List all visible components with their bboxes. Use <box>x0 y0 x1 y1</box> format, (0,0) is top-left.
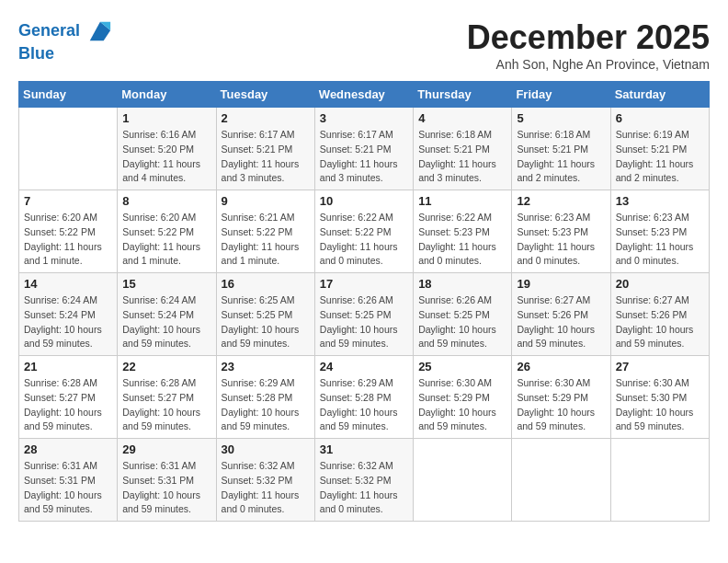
day-number: 10 <box>320 194 408 208</box>
calendar-cell: 10Sunrise: 6:22 AMSunset: 5:22 PMDayligh… <box>314 190 413 273</box>
calendar-cell <box>610 439 709 522</box>
calendar-cell: 17Sunrise: 6:26 AMSunset: 5:25 PMDayligh… <box>314 273 413 356</box>
day-number: 12 <box>517 194 605 208</box>
day-info: Sunrise: 6:21 AMSunset: 5:22 PMDaylight:… <box>222 211 310 269</box>
calendar-cell: 6Sunrise: 6:19 AMSunset: 5:21 PMDaylight… <box>610 108 709 190</box>
day-info: Sunrise: 6:24 AMSunset: 5:24 PMDaylight:… <box>24 293 112 351</box>
day-number: 27 <box>616 360 704 373</box>
day-number: 1 <box>122 111 210 125</box>
day-number: 3 <box>320 111 408 125</box>
day-number: 28 <box>24 442 112 456</box>
calendar-cell: 1Sunrise: 6:16 AMSunset: 5:20 PMDaylight… <box>118 108 216 190</box>
day-info: Sunrise: 6:20 AMSunset: 5:22 PMDaylight:… <box>24 211 112 269</box>
weekday-saturday: Saturday <box>610 82 709 108</box>
day-info: Sunrise: 6:23 AMSunset: 5:23 PMDaylight:… <box>517 211 605 269</box>
day-info: Sunrise: 6:18 AMSunset: 5:21 PMDaylight:… <box>517 128 605 186</box>
weekday-sunday: Sunday <box>19 82 118 108</box>
day-info: Sunrise: 6:28 AMSunset: 5:27 PMDaylight:… <box>122 376 210 434</box>
day-number: 5 <box>517 111 605 125</box>
calendar-cell: 12Sunrise: 6:23 AMSunset: 5:23 PMDayligh… <box>512 190 610 273</box>
calendar-cell <box>19 108 118 190</box>
day-info: Sunrise: 6:20 AMSunset: 5:22 PMDaylight:… <box>122 211 210 269</box>
title-section: December 2025 Anh Son, Nghe An Province,… <box>467 18 710 72</box>
calendar-cell: 2Sunrise: 6:17 AMSunset: 5:21 PMDaylight… <box>216 108 314 190</box>
day-number: 19 <box>517 277 605 291</box>
day-number: 18 <box>418 277 506 291</box>
weekday-friday: Friday <box>512 82 610 108</box>
calendar-week-4: 21Sunrise: 6:28 AMSunset: 5:27 PMDayligh… <box>19 356 710 439</box>
day-info: Sunrise: 6:30 AMSunset: 5:29 PMDaylight:… <box>517 376 605 434</box>
day-number: 14 <box>24 277 112 291</box>
calendar-cell: 20Sunrise: 6:27 AMSunset: 5:26 PMDayligh… <box>610 273 709 356</box>
day-info: Sunrise: 6:31 AMSunset: 5:31 PMDaylight:… <box>24 459 112 517</box>
day-number: 17 <box>320 277 408 291</box>
day-number: 26 <box>517 360 605 373</box>
calendar-cell: 11Sunrise: 6:22 AMSunset: 5:23 PMDayligh… <box>414 190 512 273</box>
day-info: Sunrise: 6:19 AMSunset: 5:21 PMDaylight:… <box>616 128 704 186</box>
day-number: 20 <box>616 277 704 291</box>
calendar-cell: 31Sunrise: 6:32 AMSunset: 5:32 PMDayligh… <box>314 439 413 522</box>
calendar-cell: 16Sunrise: 6:25 AMSunset: 5:25 PMDayligh… <box>216 273 314 356</box>
calendar-cell: 18Sunrise: 6:26 AMSunset: 5:25 PMDayligh… <box>414 273 512 356</box>
day-info: Sunrise: 6:24 AMSunset: 5:24 PMDaylight:… <box>122 293 210 351</box>
calendar-cell: 22Sunrise: 6:28 AMSunset: 5:27 PMDayligh… <box>118 356 216 439</box>
day-info: Sunrise: 6:18 AMSunset: 5:21 PMDaylight:… <box>418 128 506 186</box>
day-info: Sunrise: 6:22 AMSunset: 5:23 PMDaylight:… <box>418 211 506 269</box>
calendar-week-2: 7Sunrise: 6:20 AMSunset: 5:22 PMDaylight… <box>19 190 710 273</box>
logo-general: General <box>18 21 80 40</box>
calendar-cell: 29Sunrise: 6:31 AMSunset: 5:31 PMDayligh… <box>118 439 216 522</box>
day-number: 24 <box>320 360 408 373</box>
day-info: Sunrise: 6:31 AMSunset: 5:31 PMDaylight:… <box>122 459 210 517</box>
weekday-tuesday: Tuesday <box>216 82 314 108</box>
calendar-title: December 2025 <box>467 18 710 57</box>
day-number: 8 <box>122 194 210 208</box>
calendar-week-5: 28Sunrise: 6:31 AMSunset: 5:31 PMDayligh… <box>19 439 710 522</box>
logo: General Blue <box>18 18 112 64</box>
calendar-cell: 8Sunrise: 6:20 AMSunset: 5:22 PMDaylight… <box>118 190 216 273</box>
calendar-cell: 19Sunrise: 6:27 AMSunset: 5:26 PMDayligh… <box>512 273 610 356</box>
weekday-thursday: Thursday <box>414 82 512 108</box>
calendar-cell: 15Sunrise: 6:24 AMSunset: 5:24 PMDayligh… <box>118 273 216 356</box>
day-info: Sunrise: 6:32 AMSunset: 5:32 PMDaylight:… <box>320 459 408 517</box>
calendar-subtitle: Anh Son, Nghe An Province, Vietnam <box>467 57 710 72</box>
header: General Blue December 2025 Anh Son, Nghe… <box>18 18 710 72</box>
weekday-header-row: SundayMondayTuesdayWednesdayThursdayFrid… <box>19 82 710 108</box>
day-info: Sunrise: 6:27 AMSunset: 5:26 PMDaylight:… <box>616 293 704 351</box>
calendar-cell <box>414 439 512 522</box>
day-info: Sunrise: 6:27 AMSunset: 5:26 PMDaylight:… <box>517 293 605 351</box>
day-number: 30 <box>222 442 310 456</box>
calendar-cell: 24Sunrise: 6:29 AMSunset: 5:28 PMDayligh… <box>314 356 413 439</box>
calendar-cell: 13Sunrise: 6:23 AMSunset: 5:23 PMDayligh… <box>610 190 709 273</box>
day-number: 7 <box>24 194 112 208</box>
calendar-cell: 23Sunrise: 6:29 AMSunset: 5:28 PMDayligh… <box>216 356 314 439</box>
calendar-cell: 7Sunrise: 6:20 AMSunset: 5:22 PMDaylight… <box>19 190 118 273</box>
calendar-table: SundayMondayTuesdayWednesdayThursdayFrid… <box>18 81 710 522</box>
calendar-cell: 28Sunrise: 6:31 AMSunset: 5:31 PMDayligh… <box>19 439 118 522</box>
day-info: Sunrise: 6:30 AMSunset: 5:30 PMDaylight:… <box>616 376 704 434</box>
day-number: 29 <box>122 442 210 456</box>
logo-icon <box>86 18 112 44</box>
day-info: Sunrise: 6:32 AMSunset: 5:32 PMDaylight:… <box>222 459 310 517</box>
day-number: 25 <box>418 360 506 373</box>
calendar-cell: 14Sunrise: 6:24 AMSunset: 5:24 PMDayligh… <box>19 273 118 356</box>
day-info: Sunrise: 6:17 AMSunset: 5:21 PMDaylight:… <box>222 128 310 186</box>
calendar-cell: 25Sunrise: 6:30 AMSunset: 5:29 PMDayligh… <box>414 356 512 439</box>
day-info: Sunrise: 6:22 AMSunset: 5:22 PMDaylight:… <box>320 211 408 269</box>
day-number: 11 <box>418 194 506 208</box>
day-info: Sunrise: 6:29 AMSunset: 5:28 PMDaylight:… <box>320 376 408 434</box>
calendar-cell: 26Sunrise: 6:30 AMSunset: 5:29 PMDayligh… <box>512 356 610 439</box>
day-number: 4 <box>418 111 506 125</box>
day-info: Sunrise: 6:29 AMSunset: 5:28 PMDaylight:… <box>222 376 310 434</box>
day-number: 2 <box>222 111 310 125</box>
calendar-cell: 5Sunrise: 6:18 AMSunset: 5:21 PMDaylight… <box>512 108 610 190</box>
day-info: Sunrise: 6:16 AMSunset: 5:20 PMDaylight:… <box>122 128 210 186</box>
day-info: Sunrise: 6:26 AMSunset: 5:25 PMDaylight:… <box>320 293 408 351</box>
day-number: 13 <box>616 194 704 208</box>
calendar-cell: 21Sunrise: 6:28 AMSunset: 5:27 PMDayligh… <box>19 356 118 439</box>
day-number: 16 <box>222 277 310 291</box>
day-info: Sunrise: 6:26 AMSunset: 5:25 PMDaylight:… <box>418 293 506 351</box>
weekday-wednesday: Wednesday <box>314 82 413 108</box>
day-number: 31 <box>320 442 408 456</box>
weekday-monday: Monday <box>118 82 216 108</box>
day-info: Sunrise: 6:17 AMSunset: 5:21 PMDaylight:… <box>320 128 408 186</box>
